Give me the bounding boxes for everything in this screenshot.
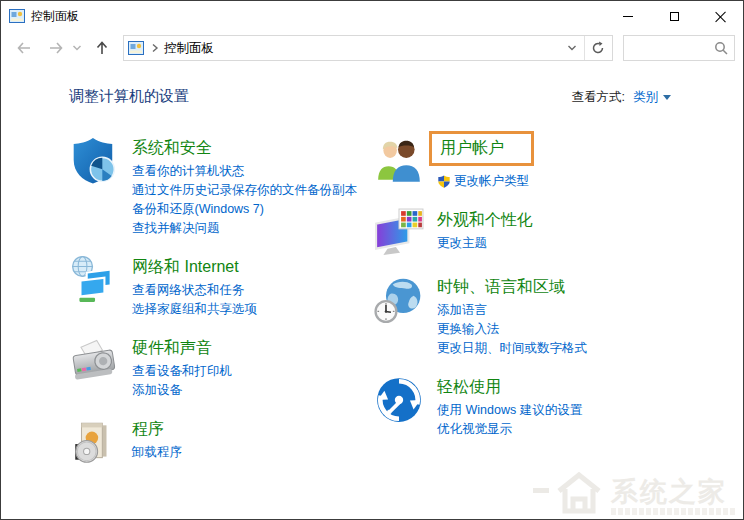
link-uninstall-program[interactable]: 卸载程序 [132, 443, 182, 462]
refresh-button[interactable] [586, 35, 610, 61]
link-change-theme[interactable]: 更改主题 [437, 234, 533, 253]
link-windows-suggested-settings[interactable]: 使用 Windows 建议的设置 [437, 401, 582, 420]
location-control-panel-icon [128, 40, 144, 56]
close-icon [715, 11, 726, 22]
control-panel-icon [9, 8, 25, 24]
page-title: 调整计算机的设置 [69, 87, 189, 106]
back-button[interactable] [11, 35, 37, 61]
forward-arrow-icon [47, 40, 65, 56]
link-backup-restore-win7[interactable]: 备份和还原(Windows 7) [132, 200, 357, 219]
search-box[interactable] [623, 35, 735, 61]
link-network-status-tasks[interactable]: 查看网络状态和任务 [132, 281, 257, 300]
control-panel-window: 控制面板 控制面板 [0, 0, 744, 520]
category-appearance-personalization: 外观和个性化 更改主题 [374, 208, 671, 258]
address-dropdown-button[interactable] [561, 35, 583, 61]
category-ease-of-access: 轻松使用 使用 Windows 建议的设置 优化视觉显示 [374, 375, 671, 439]
link-add-device[interactable]: 添加设备 [132, 381, 232, 400]
back-arrow-icon [15, 40, 33, 56]
breadcrumb-chevron-icon [150, 42, 160, 54]
category-title-programs[interactable]: 程序 [132, 418, 164, 439]
category-title-ease-of-access[interactable]: 轻松使用 [437, 376, 501, 397]
link-view-computer-status[interactable]: 查看你的计算机状态 [132, 162, 357, 181]
view-by-control: 查看方式: 类别 [572, 89, 671, 106]
close-button[interactable] [697, 1, 743, 31]
chevron-down-icon [567, 44, 577, 52]
programs-icon[interactable] [69, 417, 119, 467]
user-accounts-highlight-box: 用户帐户 [429, 131, 534, 166]
uac-shield-icon [437, 174, 451, 189]
address-bar[interactable]: 控制面板 [123, 35, 613, 61]
minimize-icon [623, 16, 633, 17]
maximize-button[interactable] [651, 1, 697, 31]
category-clock-language-region: 时钟、语言和区域 添加语言 更换输入法 更改日期、时间或数字格式 [374, 275, 671, 358]
link-homegroup-sharing[interactable]: 选择家庭组和共享选项 [132, 300, 257, 319]
main-content: 调整计算机的设置 查看方式: 类别 [1, 65, 743, 484]
caret-down-icon [663, 95, 671, 100]
security-shield-icon[interactable] [69, 136, 119, 186]
watermark-url-line [611, 508, 737, 515]
appearance-personalization-icon[interactable] [374, 208, 424, 258]
watermark-dash [533, 488, 549, 493]
user-accounts-icon[interactable] [374, 136, 424, 186]
minimize-button[interactable] [605, 1, 651, 31]
up-arrow-icon [94, 40, 110, 56]
search-icon [714, 41, 728, 55]
hardware-sound-icon[interactable] [69, 336, 119, 386]
category-title-hardware-sound[interactable]: 硬件和声音 [132, 337, 212, 358]
link-change-input-method[interactable]: 更换输入法 [437, 320, 587, 339]
category-title-clock-region[interactable]: 时钟、语言和区域 [437, 276, 565, 297]
category-title-user-accounts[interactable]: 用户帐户 [440, 137, 504, 158]
link-add-language[interactable]: 添加语言 [437, 301, 587, 320]
search-input[interactable] [630, 41, 714, 55]
link-change-date-time-formats[interactable]: 更改日期、时间或数字格式 [437, 339, 587, 358]
category-network-internet: 网络和 Internet 查看网络状态和任务 选择家庭组和共享选项 [69, 255, 374, 319]
chevron-down-icon [72, 44, 82, 52]
up-button[interactable] [89, 35, 115, 61]
recent-pages-dropdown[interactable] [69, 35, 85, 61]
category-title-system-security[interactable]: 系统和安全 [132, 137, 212, 158]
view-by-label: 查看方式: [572, 89, 625, 106]
category-user-accounts: 用户帐户 更改帐户类型 [374, 136, 671, 191]
link-file-history-backup[interactable]: 通过文件历史记录保存你的文件备份副本 [132, 181, 357, 200]
clock-language-region-icon[interactable] [374, 275, 424, 325]
ease-of-access-icon[interactable] [374, 375, 424, 425]
forward-button[interactable] [43, 35, 69, 61]
link-find-fix-problems[interactable]: 查找并解决问题 [132, 219, 357, 238]
title-bar: 控制面板 [1, 1, 743, 31]
window-title: 控制面板 [31, 8, 79, 25]
category-title-network-internet[interactable]: 网络和 Internet [132, 256, 239, 277]
link-optimize-visual-display[interactable]: 优化视觉显示 [437, 420, 582, 439]
link-devices-printers[interactable]: 查看设备和打印机 [132, 362, 232, 381]
breadcrumb-item[interactable]: 控制面板 [164, 40, 214, 57]
category-system-security: 系统和安全 查看你的计算机状态 通过文件历史记录保存你的文件备份副本 备份和还原… [69, 136, 374, 238]
view-by-select[interactable]: 类别 [633, 89, 671, 106]
category-hardware-sound: 硬件和声音 查看设备和打印机 添加设备 [69, 336, 374, 400]
network-internet-icon[interactable] [69, 255, 119, 305]
navigation-bar: 控制面板 [1, 31, 743, 65]
maximize-icon [670, 12, 679, 21]
refresh-icon [591, 41, 605, 55]
category-programs: 程序 卸载程序 [69, 417, 374, 467]
link-change-account-type[interactable]: 更改帐户类型 [437, 172, 534, 191]
category-title-appearance[interactable]: 外观和个性化 [437, 209, 533, 230]
